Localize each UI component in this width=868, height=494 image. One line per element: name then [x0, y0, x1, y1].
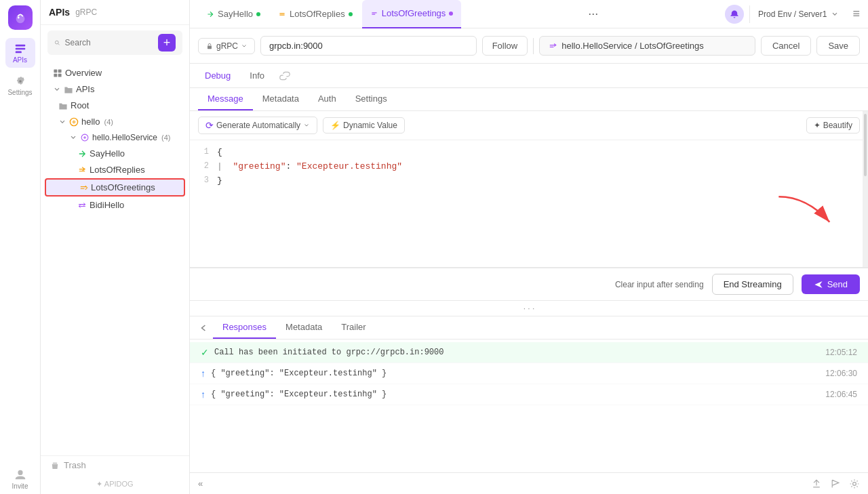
clear-label: Clear input after sending	[615, 280, 704, 289]
tab-more-button[interactable]: ···	[583, 4, 604, 24]
save-button[interactable]: Save	[816, 36, 860, 56]
response-time-2: 12:06:30	[825, 369, 857, 378]
sidebar-apis[interactable]: APIs	[45, 81, 185, 97]
tab-lots-of-replies[interactable]: LotsOfReplies	[270, 0, 361, 28]
url-bar: gRPC Follow hello.HelloService / LotsOfG…	[190, 28, 868, 64]
response-area: Responses Metadata Trailer ✓ Call has be…	[190, 316, 868, 472]
line-num-3: 3	[198, 174, 209, 188]
lots-of-greetings-icon	[79, 183, 88, 192]
resize-dots: · · ·	[524, 304, 535, 313]
add-button[interactable]: +	[158, 34, 176, 52]
dynamic-value-button[interactable]: ⚡ Dynamic Value	[323, 117, 405, 133]
sidebar-root[interactable]: Root	[45, 98, 185, 113]
tab-say-hello-dot	[256, 12, 260, 16]
sidebar-item-settings[interactable]: Settings	[5, 70, 35, 100]
cancel-button[interactable]: Cancel	[761, 36, 811, 56]
sidebar-item-invite[interactable]: Invite	[5, 464, 35, 494]
editor-toolbar: ⟳ Generate Automatically ⚡ Dynamic Value…	[190, 111, 868, 140]
sidebar-lots-of-greetings[interactable]: LotsOfGreetings	[45, 178, 185, 197]
response-tab-trailer[interactable]: Trailer	[332, 316, 375, 339]
sidebar-say-hello[interactable]: SayHello	[45, 146, 185, 161]
sidebar-item-apis[interactable]: APIs	[5, 38, 35, 68]
gen-auto-icon: ⟳	[205, 120, 214, 131]
code-editor[interactable]: 1 { 2 | "greeting": "Excepteur.testinhg"…	[190, 140, 868, 267]
settings-icon[interactable]	[849, 478, 860, 489]
response-time-3: 12:06:45	[825, 390, 857, 399]
svg-rect-2	[15, 44, 24, 46]
msg-tab-settings[interactable]: Settings	[346, 88, 397, 110]
send-button[interactable]: Send	[802, 274, 860, 294]
link-icon[interactable]	[279, 70, 290, 81]
sidebar-hello-group[interactable]: hello (4)	[45, 114, 185, 129]
tab-say-hello[interactable]: SayHello	[198, 0, 269, 28]
sidebar-overview[interactable]: Overview	[45, 65, 185, 81]
top-tabs: SayHello LotsOfReplies LotsOfGreetings ·…	[190, 0, 868, 28]
hello-chevron-icon	[58, 118, 66, 126]
dyn-val-icon: ⚡	[330, 121, 340, 130]
svg-rect-9	[58, 73, 62, 77]
sidebar-lots-of-greetings-label: LotsOfGreetings	[91, 182, 155, 192]
service-icon	[80, 133, 90, 142]
follow-button[interactable]: Follow	[482, 36, 528, 56]
resize-handle[interactable]: · · ·	[190, 300, 868, 316]
debug-tab[interactable]: Debug	[198, 68, 237, 83]
sidebar-trash[interactable]: Trash	[41, 455, 189, 474]
bidi-hello-icon	[77, 201, 87, 210]
sidebar-hello-service[interactable]: hello.HelloService (4)	[45, 130, 185, 145]
response-text-1: Call has been initiated to grpc://grpcb.…	[214, 348, 820, 357]
sidebar-root-label: Root	[71, 100, 89, 110]
main-content: SayHello LotsOfReplies LotsOfGreetings ·…	[190, 0, 868, 494]
url-input[interactable]	[260, 36, 477, 56]
collapse-icon[interactable]: «	[198, 478, 203, 489]
menu-icon[interactable]: ≡	[852, 7, 860, 21]
upload-icon[interactable]	[811, 478, 822, 489]
msg-tab-auth[interactable]: Auth	[309, 88, 346, 110]
sidebar-lots-of-replies[interactable]: LotsOfReplies	[45, 162, 185, 178]
bottom-action-bar: Clear input after sending End Streaming …	[190, 268, 868, 300]
response-collapse-icon[interactable]	[198, 323, 209, 333]
lots-of-greetings-tab-icon	[370, 9, 378, 18]
code-line-1: 1 {	[198, 146, 860, 160]
svg-rect-8	[54, 73, 57, 77]
gen-auto-label: Generate Automatically	[216, 121, 300, 130]
protocol-selector[interactable]: gRPC	[198, 38, 255, 54]
generate-auto-button[interactable]: ⟳ Generate Automatically	[198, 117, 317, 134]
env-selector[interactable]: Prod Env / Server1	[749, 5, 847, 23]
scrollbar-track[interactable]	[863, 111, 868, 267]
response-tab-metadata[interactable]: Metadata	[276, 316, 332, 339]
svg-rect-4	[15, 51, 21, 53]
response-tabs: Responses Metadata Trailer	[190, 316, 868, 339]
beautify-icon: ✦	[814, 121, 821, 130]
chevron-down-icon	[53, 85, 61, 94]
data-icon-1: ↑	[201, 368, 205, 379]
info-tab[interactable]: Info	[243, 68, 271, 83]
sidebar-hello-service-label: hello.HelloService	[92, 133, 157, 142]
app-logo	[8, 5, 33, 30]
sidebar-header: APIs gRPC	[41, 0, 189, 25]
response-text-2: { "greeting": "Excepteur.testinhg" }	[211, 369, 820, 378]
response-text-3: { "greeting": "Excepteur.testinhg" }	[211, 390, 820, 399]
beautify-button[interactable]: ✦ Beautify	[806, 117, 860, 133]
code-content-3: }	[217, 174, 222, 188]
search-input[interactable]	[65, 38, 154, 47]
apis-folder-icon	[64, 85, 73, 94]
lots-of-replies-icon	[77, 165, 87, 175]
response-tab-responses[interactable]: Responses	[213, 316, 276, 339]
tab-lots-of-greetings-dot	[449, 12, 453, 16]
notification-icon[interactable]	[725, 5, 744, 24]
data-icon-2: ↑	[201, 389, 205, 400]
tab-lots-of-greetings[interactable]: LotsOfGreetings	[362, 0, 462, 28]
sidebar-bidi-hello[interactable]: BidiHello	[45, 197, 185, 213]
send-icon	[814, 280, 823, 289]
end-streaming-button[interactable]: End Streaming	[712, 274, 793, 295]
msg-tab-metadata[interactable]: Metadata	[253, 88, 309, 110]
flag-icon[interactable]	[830, 478, 841, 489]
msg-tab-message[interactable]: Message	[198, 88, 253, 110]
scrollbar-thumb[interactable]	[864, 114, 867, 176]
dyn-val-label: Dynamic Value	[343, 121, 397, 130]
trash-icon	[50, 461, 60, 470]
svg-point-5	[55, 41, 58, 44]
sidebar-trash-label: Trash	[64, 460, 86, 470]
tab-say-hello-label: SayHello	[218, 9, 253, 19]
sidebar-hello-label: hello	[81, 117, 100, 127]
